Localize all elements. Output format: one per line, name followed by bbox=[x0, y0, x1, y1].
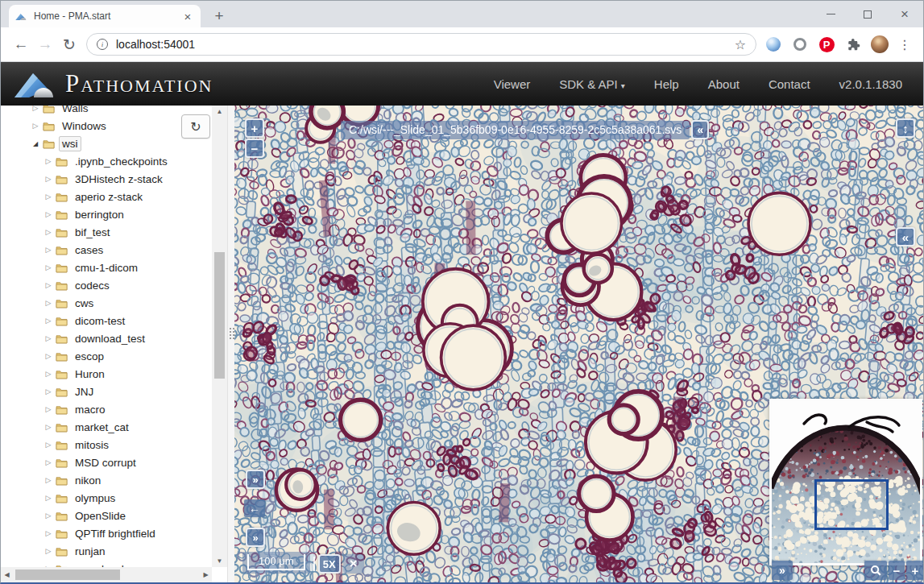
tree-item-walls[interactable]: ▷Walls bbox=[1, 106, 212, 117]
tree-expand-icon[interactable]: ▷ bbox=[43, 317, 54, 325]
tree-item-openslide[interactable]: ▷OpenSlide bbox=[1, 507, 212, 524]
tree-expand-icon[interactable]: ▷ bbox=[43, 494, 54, 502]
tree-expand-icon[interactable]: ▷ bbox=[43, 193, 54, 201]
back-icon[interactable]: ← bbox=[9, 32, 33, 56]
tree-item-label[interactable]: .ipynb_checkpoints bbox=[72, 154, 171, 169]
address-bar[interactable]: i localhost:54001 ☆ bbox=[86, 33, 756, 56]
tree-item-runjan[interactable]: ▷runjan bbox=[1, 542, 212, 560]
tree-item-cmu-1-dicom[interactable]: ▷cmu-1-dicom bbox=[1, 259, 212, 276]
path-collapse-button[interactable]: « bbox=[691, 120, 709, 139]
sidebar-splitter[interactable] bbox=[227, 106, 234, 582]
tree-item-label[interactable]: wsi bbox=[59, 136, 81, 151]
tree-item-label[interactable]: mitosis bbox=[72, 437, 112, 453]
extensions-puzzle-icon[interactable] bbox=[844, 35, 862, 53]
minimap-zoom-in-button[interactable]: + bbox=[906, 561, 923, 580]
pan-left-button[interactable]: ← bbox=[244, 499, 265, 517]
tree-expand-icon[interactable]: ▷ bbox=[43, 352, 54, 360]
tree-item-label[interactable]: 3DHistech z-stack bbox=[72, 172, 166, 187]
minimap-expand-button[interactable]: » bbox=[772, 561, 793, 580]
gallery-expand-button[interactable]: » bbox=[246, 470, 265, 489]
tree-collapse-icon[interactable]: ◢ bbox=[30, 140, 41, 147]
extension-swirl-icon[interactable] bbox=[764, 35, 782, 53]
tree-item-dicom-test[interactable]: ▷dicom-test bbox=[1, 312, 212, 329]
url-text[interactable]: localhost:54001 bbox=[116, 38, 735, 51]
nav-item-help[interactable]: Help bbox=[654, 77, 679, 91]
tree-expand-icon[interactable]: ▷ bbox=[43, 476, 54, 484]
extension-ring-icon[interactable] bbox=[791, 35, 809, 53]
tree-item-label[interactable]: berrington bbox=[72, 207, 127, 222]
tree-item-label[interactable]: olympus bbox=[72, 491, 118, 506]
browser-menu-icon[interactable]: ⋮ bbox=[897, 37, 912, 52]
tree-item-label[interactable]: nikon bbox=[72, 473, 104, 488]
tree-item-msd-corrupt[interactable]: ▷MSD corrupt bbox=[1, 454, 212, 471]
tree-expand-icon[interactable]: ▷ bbox=[43, 458, 54, 466]
browser-tab[interactable]: Home - PMA.start × bbox=[9, 5, 201, 27]
tree-item-label[interactable]: MSD corrupt bbox=[72, 455, 139, 470]
slide-viewer[interactable]: + − C:/wsi/---_Slide_01_5b36fb09-0e16-49… bbox=[234, 106, 923, 582]
tree-item-cases[interactable]: ▷cases bbox=[1, 241, 212, 259]
tree-item-label[interactable]: QPTiff brightfield bbox=[72, 526, 159, 541]
window-minimize-icon[interactable] bbox=[812, 1, 849, 27]
new-tab-button[interactable]: + bbox=[209, 6, 230, 26]
tree-expand-icon[interactable]: ▷ bbox=[30, 106, 41, 112]
reload-icon[interactable]: ↻ bbox=[57, 32, 81, 56]
tree-expand-icon[interactable]: ▷ bbox=[43, 529, 54, 537]
overview-minimap[interactable] bbox=[769, 399, 922, 565]
tree-item-windows[interactable]: ▷Windows bbox=[1, 117, 212, 135]
nav-item-viewer[interactable]: Viewer bbox=[494, 77, 531, 91]
tree-expand-icon[interactable]: ▷ bbox=[43, 299, 54, 307]
tree-item-label[interactable]: download_test bbox=[72, 331, 148, 346]
nav-item-sdk-api[interactable]: SDK & API▾ bbox=[559, 77, 625, 91]
tree-item-label[interactable]: cases bbox=[72, 242, 106, 258]
tree-item-escop[interactable]: ▷escop bbox=[1, 347, 212, 365]
magnification-button[interactable]: 5X bbox=[318, 554, 341, 574]
site-info-icon[interactable]: i bbox=[97, 39, 108, 50]
scroll-right-icon[interactable]: ▶ bbox=[200, 567, 212, 582]
forward-icon[interactable]: → bbox=[33, 32, 57, 56]
tree-item-samples-low-res[interactable]: ▷samples_low_res bbox=[1, 560, 212, 567]
tree-item-market-cat[interactable]: ▷market_cat bbox=[1, 418, 212, 436]
tree-item-label[interactable]: market_cat bbox=[72, 420, 132, 435]
nav-item-v2-0-1-1830[interactable]: v2.0.1.1830 bbox=[839, 77, 902, 91]
window-maximize-icon[interactable] bbox=[849, 1, 886, 27]
tree-expand-icon[interactable]: ▷ bbox=[43, 175, 54, 183]
zoom-out-button[interactable]: − bbox=[245, 139, 264, 158]
tree-expand-icon[interactable]: ▷ bbox=[43, 441, 54, 449]
tree-item-berrington[interactable]: ▷berrington bbox=[1, 205, 212, 223]
scroll-up-icon[interactable]: ▲ bbox=[212, 106, 227, 118]
tree-item-label[interactable]: cws bbox=[72, 296, 97, 311]
tree-item-aperio-z-stack[interactable]: ▷aperio z-stack bbox=[1, 188, 212, 205]
right-panel-collapse-button[interactable]: « bbox=[896, 227, 915, 246]
tree-expand-icon[interactable]: ▷ bbox=[43, 228, 54, 236]
zoom-in-button[interactable]: + bbox=[245, 118, 264, 138]
tree-item-wsi[interactable]: ◢wsi bbox=[1, 135, 212, 152]
nav-item-contact[interactable]: Contact bbox=[769, 77, 810, 91]
tree-item-label[interactable]: dicom-test bbox=[72, 313, 128, 329]
tree-expand-icon[interactable]: ▷ bbox=[43, 281, 54, 289]
horizontal-scroll-thumb[interactable] bbox=[15, 570, 120, 580]
tree-expand-icon[interactable]: ▷ bbox=[43, 423, 54, 431]
tree-item-label[interactable]: escop bbox=[72, 349, 107, 364]
tree-item-jnj[interactable]: ▷JNJ bbox=[1, 383, 212, 400]
tree-item-macro[interactable]: ▷macro bbox=[1, 400, 212, 418]
sidebar-vertical-scrollbar[interactable]: ▲ ▼ bbox=[212, 106, 227, 567]
nav-item-about[interactable]: About bbox=[708, 77, 740, 91]
tab-close-icon[interactable]: × bbox=[181, 10, 194, 23]
tree-item-label[interactable]: aperio z-stack bbox=[72, 189, 146, 205]
tree-expand-icon[interactable]: ▷ bbox=[43, 405, 54, 413]
profile-avatar[interactable] bbox=[871, 35, 889, 53]
tree-item-label[interactable]: bif_test bbox=[72, 225, 114, 240]
minimap-magnifier-button[interactable] bbox=[864, 561, 887, 580]
scroll-down-icon[interactable]: ▼ bbox=[212, 555, 227, 567]
minimap-viewport-rect[interactable] bbox=[814, 479, 889, 530]
tree-item-label[interactable]: OpenSlide bbox=[72, 508, 129, 524]
tree-expand-icon[interactable]: ▷ bbox=[43, 263, 54, 271]
tree-item-label[interactable]: runjan bbox=[72, 544, 109, 559]
tree-item-huron[interactable]: ▷Huron bbox=[1, 365, 212, 383]
tree-item-label[interactable]: samples_low_res bbox=[72, 561, 162, 568]
tree-item-label[interactable]: Walls bbox=[59, 106, 92, 116]
tree-expand-icon[interactable]: ▷ bbox=[30, 122, 41, 130]
tree-expand-icon[interactable]: ▷ bbox=[43, 210, 54, 218]
tree-expand-icon[interactable]: ▷ bbox=[43, 246, 54, 254]
tree-item-download-test[interactable]: ▷download_test bbox=[1, 329, 212, 347]
